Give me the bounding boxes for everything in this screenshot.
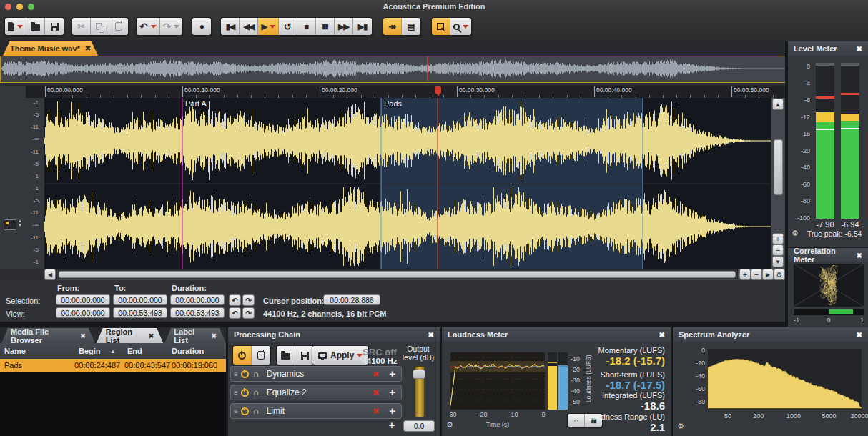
goto-end-button[interactable]: ▶▮ [353, 18, 372, 35]
tab-close-icon[interactable]: ✖ [80, 332, 86, 340]
waveform-display[interactable] [44, 98, 771, 269]
delete-icon[interactable]: ✖ [373, 388, 379, 397]
selection-to-field[interactable]: 00:00:00:000 [113, 294, 167, 305]
view-redo-button[interactable]: ↷ [242, 307, 255, 319]
drag-handle-icon[interactable]: ≡ [231, 407, 241, 415]
vertical-scrollbar[interactable]: ▲ + − ▼ [771, 98, 785, 269]
horizontal-zoom-out-button[interactable]: − [751, 269, 762, 280]
goto-start-button[interactable]: ▮◀ [221, 18, 240, 35]
play-dropdown-icon[interactable] [270, 25, 275, 29]
headphones-icon[interactable]: ∩ [253, 370, 260, 377]
pause-button[interactable]: ▮▮ [316, 18, 335, 35]
chain-add-button[interactable]: + [385, 419, 399, 432]
chain-enable-button[interactable] [233, 346, 252, 365]
headphones-icon[interactable]: ∩ [253, 389, 260, 396]
selection-from-field[interactable]: 00:00:00:000 [56, 294, 110, 305]
tab-close-icon[interactable]: ✖ [149, 332, 154, 340]
column-header-end[interactable]: End [123, 347, 167, 355]
horizontal-scrollbar[interactable]: ◀ + − ▶ ⚙ [44, 269, 785, 280]
undo-button[interactable]: ↶ [137, 18, 160, 35]
view-settings-button[interactable]: ⚙ [774, 269, 785, 280]
scroll-right-button[interactable]: ▶ [762, 269, 774, 280]
paste-button[interactable] [109, 18, 128, 35]
tab-label-list[interactable]: Label List✖ [164, 328, 226, 343]
save-file-button[interactable] [45, 18, 64, 35]
drag-handle-icon[interactable]: ≡ [231, 370, 241, 378]
chain-open-button[interactable] [277, 346, 295, 365]
document-tab[interactable]: Theme Music.wav* ✖ [3, 41, 98, 56]
drag-handle-icon[interactable]: ≡ [231, 389, 241, 397]
fast-forward-button[interactable]: ▶▶ [335, 18, 353, 35]
vertical-zoom-out-button[interactable]: − [772, 244, 784, 256]
loop-button[interactable]: ↺ [279, 18, 297, 35]
selection-tool-button[interactable] [432, 18, 450, 35]
scrub-mode-button[interactable]: ↠ [383, 18, 402, 35]
playhead-handle[interactable] [435, 86, 441, 94]
scroll-left-button[interactable]: ◀ [44, 269, 56, 280]
view-to-field[interactable]: 00:00:53:493 [113, 307, 167, 318]
stop-button[interactable]: ■ [297, 18, 316, 35]
vertical-scroll-thumb[interactable] [774, 139, 783, 195]
loudness-meter-close-icon[interactable]: ✖ [659, 331, 665, 339]
power-icon[interactable] [241, 407, 249, 415]
level-meter-close-icon[interactable]: ✖ [857, 45, 862, 53]
output-level-slider[interactable] [415, 366, 425, 417]
new-file-button[interactable] [5, 18, 26, 35]
correlation-meter-close-icon[interactable]: ✖ [857, 252, 862, 259]
tab-region-list[interactable]: Region List✖ [97, 328, 164, 343]
marker-label-part-a[interactable]: Part A [185, 99, 207, 108]
record-button[interactable]: ● [192, 18, 211, 35]
add-icon[interactable]: + [389, 388, 395, 397]
scroll-down-button[interactable]: ▼ [772, 256, 784, 267]
level-meter-settings-button[interactable]: ⚙ [791, 229, 799, 238]
zoom-dropdown-icon[interactable] [463, 25, 468, 29]
add-icon[interactable]: + [389, 370, 395, 378]
selection-duration-field[interactable]: 00:00:00:000 [170, 294, 225, 305]
waveform-overview[interactable] [0, 56, 786, 83]
delete-icon[interactable]: ✖ [373, 370, 379, 379]
horizontal-zoom-in-button[interactable]: + [739, 269, 751, 280]
redo-dropdown-icon[interactable] [174, 25, 179, 29]
rewind-button[interactable]: ◀◀ [240, 18, 258, 35]
headphones-icon[interactable]: ∩ [253, 407, 260, 415]
power-icon[interactable] [241, 370, 249, 378]
processing-chain-close-icon[interactable]: ✖ [428, 331, 434, 339]
column-header-duration[interactable]: Duration [167, 347, 217, 355]
horizontal-scroll-thumb[interactable] [59, 271, 736, 278]
chain-item-limit[interactable]: ≡∩Limit✖+ [230, 403, 402, 419]
scroll-up-button[interactable]: ▲ [772, 99, 784, 110]
vertical-zoom-in-button[interactable]: + [772, 233, 784, 244]
redo-button[interactable]: ↷ [160, 18, 183, 35]
selection-undo-button[interactable]: ↶ [229, 294, 241, 306]
undo-dropdown-icon[interactable] [151, 25, 157, 29]
output-level-slider-thumb[interactable] [413, 370, 425, 379]
power-icon[interactable] [241, 389, 249, 397]
column-header-name[interactable]: Name [0, 347, 74, 355]
chain-clipboard-button[interactable] [252, 346, 270, 365]
delete-icon[interactable]: ✖ [373, 407, 379, 416]
chain-item-dynamics[interactable]: ≡∩Dynamics✖+ [230, 366, 402, 382]
zoom-tool-button[interactable] [450, 18, 471, 35]
spectrum-settings-button[interactable]: ⚙ [677, 422, 684, 431]
new-file-dropdown-icon[interactable] [17, 25, 23, 29]
region-table-row[interactable]: Pads 00:00:24:487 00:00:43:547 00:00:19:… [0, 359, 226, 372]
view-duration-field[interactable]: 00:00:53:493 [170, 307, 225, 318]
region-label-pads[interactable]: Pads [384, 99, 402, 108]
copy-button[interactable] [91, 18, 109, 35]
timeline-ruler[interactable]: 00:00:00:00000:00:10:00000:00:20:00000:0… [26, 86, 785, 98]
tab-close-icon[interactable]: ✖ [211, 332, 217, 340]
document-tab-close-icon[interactable]: ✖ [85, 44, 91, 52]
horizontal-scroll-track[interactable] [56, 269, 738, 279]
column-header-begin[interactable]: Begin [74, 347, 110, 355]
play-button[interactable]: ▶ [258, 18, 278, 35]
open-file-button[interactable] [26, 18, 45, 35]
output-level-value[interactable]: 0.0 [403, 420, 435, 432]
selection-redo-button[interactable]: ↷ [242, 294, 255, 306]
cursor-position-field[interactable]: 00:00:28:886 [323, 294, 380, 305]
channel1-select-widget[interactable] [4, 219, 16, 230]
view-undo-button[interactable]: ↶ [229, 307, 241, 319]
meter-display-button[interactable]: ▤ [402, 18, 420, 35]
tab-media-file-browser[interactable]: Media File Browser✖ [1, 328, 95, 343]
chain-item-equalize-2[interactable]: ≡∩Equalize 2✖+ [230, 385, 402, 400]
view-from-field[interactable]: 00:00:00:000 [56, 307, 110, 318]
